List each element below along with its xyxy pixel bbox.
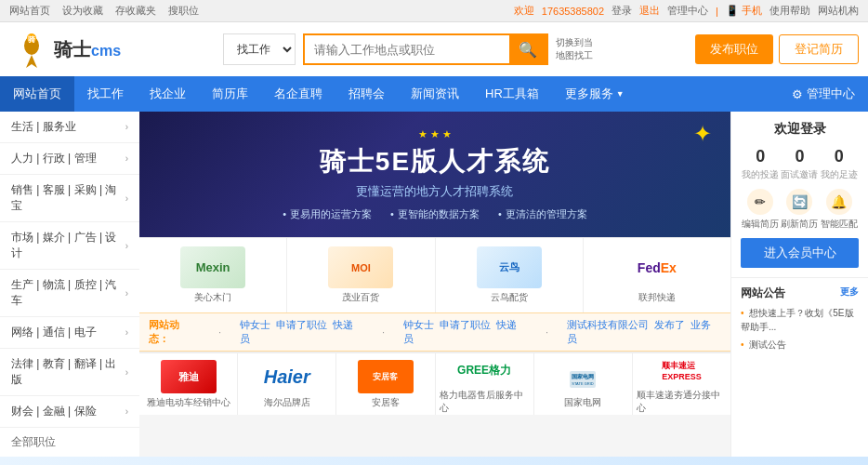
arrow-icon-7: › [125, 406, 128, 417]
stats-row: 0 我的投递 0 面试邀请 0 我的足迹 [741, 147, 859, 181]
yadi-logo: 雅迪 [161, 360, 217, 393]
notice-item-1[interactable]: • 想快速上手？收划《5E版帮助手... [741, 306, 859, 334]
login-link[interactable]: 登录 [612, 4, 632, 18]
fedex-logo-box: FedEx [625, 246, 690, 288]
activity-bar: 网站动态： · 钟女士 申请了职位 快递员 · 钟女士 申请了职位 快递员 · … [139, 312, 730, 352]
search-button[interactable]: 🔍 [509, 35, 546, 63]
manage-center-btn[interactable]: ⚙ 管理中心 [779, 86, 868, 102]
activity-link-1[interactable]: 钟女士 申请了职位 快递员 [240, 318, 363, 346]
help-link[interactable]: 使用帮助 [769, 4, 810, 18]
top-bar: 网站首页 设为收藏 存收藏夹 搜职位 欢迎 17635385802 登录 退出 … [0, 0, 868, 22]
state-grid-logo-box: 国家电网 STATE GRID [538, 359, 628, 394]
sidebar-item-legal[interactable]: 法律 | 教育 | 翻译 | 出版 › [0, 349, 139, 396]
sidebar-item-life[interactable]: 生活 | 服务业 › [0, 112, 139, 143]
brand-anjuke[interactable]: 安居客 安居客 [336, 353, 435, 415]
logo-icon: 骑 [9, 27, 54, 72]
edit-resume-label: 编辑简历 [742, 218, 779, 231]
moi-name: 茂业百货 [328, 291, 393, 304]
banner-subtitle: 更懂运营的地方人才招聘系统 [283, 183, 587, 200]
search-input[interactable] [305, 35, 509, 63]
gree-logo-box: GREE格力 [440, 353, 530, 387]
state-grid-label: 国家电网 [564, 396, 601, 409]
activity-dot-3: · [546, 326, 548, 338]
stat-interviews: 0 面试邀请 [781, 147, 818, 181]
nav-item-home[interactable]: 网站首页 [0, 76, 74, 112]
search-type-select[interactable]: 找工作 [223, 33, 296, 65]
location-switch[interactable]: 切换到当 地图找工 [556, 36, 593, 62]
nav-item-jobs[interactable]: 找工作 [74, 76, 137, 112]
link-home[interactable]: 网站首页 [9, 5, 50, 16]
link-bookmark[interactable]: 设为收藏 [62, 5, 103, 16]
mobile-link[interactable]: 📱 手机 [726, 4, 762, 18]
brand-state-grid[interactable]: 国家电网 STATE GRID 国家电网 [534, 353, 633, 415]
search-area: 找工作 🔍 切换到当 地图找工 [223, 33, 593, 65]
banner-tag: ★ ★ ★ [283, 128, 587, 140]
company-logo-mexin[interactable]: Mexin 美心木门 [139, 238, 287, 312]
sidebar-item-hr[interactable]: 人力 | 行政 | 管理 › [0, 143, 139, 175]
action-smart-match[interactable]: 🔔 智能匹配 [821, 189, 858, 231]
notice-bullet-2: • [741, 339, 744, 350]
phone-number: 17635385802 [542, 6, 604, 17]
company-logo-yb[interactable]: 云鸟 云鸟配货 [436, 238, 584, 312]
svg-text:国家电网: 国家电网 [572, 373, 594, 379]
shunfeng-label: 顺丰速递夯通分接中心 [637, 389, 727, 415]
post-job-button[interactable]: 发布职位 [695, 34, 773, 64]
yadi-label: 雅迪电动车经销中心 [147, 396, 230, 409]
link-save[interactable]: 存收藏夹 [115, 5, 156, 16]
post-resume-button[interactable]: 登记简历 [779, 34, 859, 64]
sidebar-item-marketing[interactable]: 市场 | 媒介 | 广告 | 设计 › [0, 222, 139, 270]
enter-member-center-button[interactable]: 进入会员中心 [741, 238, 859, 268]
more-dropdown-icon: ▼ [616, 89, 625, 99]
header: 骑 骑士cms 找工作 🔍 切换到当 地图找工 发布职位 登记简历 [0, 22, 868, 76]
brand-haier[interactable]: Haier 海尔品牌店 [238, 353, 336, 415]
arrow-icon-0: › [125, 122, 128, 132]
sidebar: 生活 | 服务业 › 人力 | 行政 | 管理 › 销售 | 客服 | 采购 |… [0, 112, 139, 457]
banner-title: 骑士5E版人才系统 [283, 144, 587, 179]
sidebar-item-sales[interactable]: 销售 | 客服 | 采购 | 淘宝 › [0, 175, 139, 222]
sidebar-item-finance[interactable]: 财会 | 金融 | 保险 › [0, 396, 139, 428]
activity-link-2[interactable]: 钟女士 申请了职位 快递员 [403, 318, 527, 346]
company-logos-row: Mexin 美心木门 MOI 茂业百货 [139, 237, 730, 312]
brand-gree[interactable]: GREE格力 格力电器售后服务中心 [436, 353, 534, 415]
sidebar-item-production[interactable]: 生产 | 物流 | 质控 | 汽车 › [0, 270, 139, 317]
nav-item-fair[interactable]: 招聘会 [335, 76, 398, 112]
separator2: | [716, 6, 718, 17]
link-search[interactable]: 搜职位 [168, 5, 199, 16]
ad-banner: 广告 首页自定义 通栏广告位 [0, 457, 868, 465]
stat-num-views: 0 [821, 147, 858, 166]
activity-link-3[interactable]: 测试科技有限公司 发布了 业务员 [567, 318, 721, 346]
anjuke-logo-box: 安居客 [340, 359, 430, 394]
stat-num-deliveries: 0 [742, 147, 779, 166]
activity-dot-1: · [218, 326, 221, 338]
nav-item-topcompany[interactable]: 名企直聘 [261, 76, 335, 112]
action-refresh-resume[interactable]: 🔄 刷新简历 [781, 189, 818, 231]
action-edit-resume[interactable]: ✏ 编辑简历 [742, 189, 779, 231]
nav-item-hr[interactable]: HR工具箱 [472, 76, 552, 112]
header-buttons: 发布职位 登记简历 [695, 34, 859, 64]
fedex-name: 联邦快递 [625, 291, 690, 304]
hero-banner: ✦ ★ ★ ★ 骑士5E版人才系统 更懂运营的地方人才招聘系统 • 更易用的运营… [139, 112, 730, 237]
moi-logo-box: MOI [328, 246, 393, 288]
nav-item-news[interactable]: 新闻资讯 [398, 76, 472, 112]
login-box: 欢迎登录 0 我的投递 0 面试邀请 0 我的足迹 [731, 112, 868, 277]
company-logo-fedex[interactable]: FedEx 联邦快递 [584, 238, 730, 312]
right-panel: 欢迎登录 0 我的投递 0 面试邀请 0 我的足迹 [730, 112, 868, 457]
notice-item-2[interactable]: • 测试公告 [741, 338, 859, 352]
yadi-logo-box: 雅迪 [143, 359, 233, 394]
smart-match-label: 智能匹配 [821, 218, 858, 231]
mobile2-link[interactable]: 网站机构 [818, 4, 859, 18]
nav-item-more[interactable]: 更多服务 ▼ [552, 76, 638, 112]
sidebar-all-jobs[interactable]: 全部职位 [0, 428, 139, 457]
activity-dot-2: · [382, 326, 385, 338]
admin-link[interactable]: 管理中心 [667, 4, 708, 18]
arrow-icon-2: › [125, 193, 128, 204]
company-logo-moi[interactable]: MOI 茂业百货 [287, 238, 435, 312]
nav-item-resumes[interactable]: 简历库 [199, 76, 261, 112]
nav-item-companies[interactable]: 找企业 [137, 76, 199, 112]
arrow-icon-3: › [125, 241, 128, 251]
sidebar-item-network[interactable]: 网络 | 通信 | 电子 › [0, 317, 139, 349]
feature-bullet-3: • [498, 208, 502, 219]
notice-more-link[interactable]: 更多 [840, 286, 859, 301]
brand-yadi[interactable]: 雅迪 雅迪电动车经销中心 [139, 353, 238, 415]
brand-shunfeng[interactable]: 顺丰速运EXPRESS 顺丰速递夯通分接中心 [633, 353, 730, 415]
